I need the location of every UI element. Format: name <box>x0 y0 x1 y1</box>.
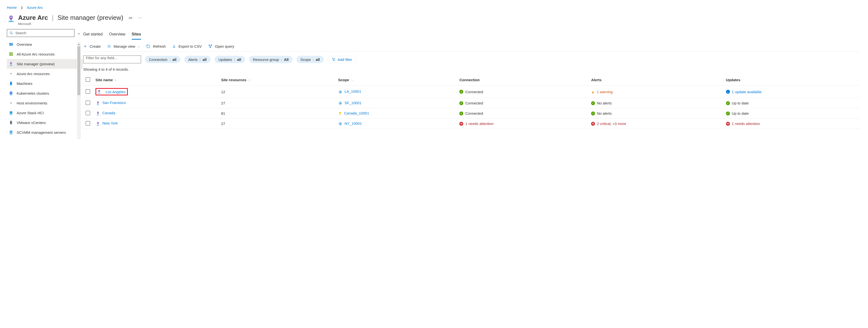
col-name[interactable]: Site name↑↓ <box>93 74 219 86</box>
row-checkbox[interactable] <box>86 111 90 115</box>
scroll-up-icon[interactable]: ▲ <box>77 42 81 46</box>
scrollbar[interactable]: ▲ ▼ <box>77 42 81 139</box>
svg-point-21 <box>10 92 11 93</box>
add-filter-button[interactable]: Add filter <box>328 56 356 63</box>
filter-pill-resource-group[interactable]: Resource group : All <box>249 56 292 63</box>
col-resources[interactable]: Site resources↑↓ <box>219 74 336 86</box>
svg-point-51 <box>98 102 98 102</box>
status-link[interactable]: 2 critical, +3 more <box>597 122 626 126</box>
search-placeholder: Search <box>16 31 26 35</box>
col-connection[interactable]: Connection <box>457 74 589 86</box>
refresh-button[interactable]: Refresh <box>146 44 166 48</box>
filter-input[interactable]: Filter for any field... <box>83 56 141 63</box>
select-all-checkbox[interactable] <box>86 77 90 82</box>
site-link[interactable]: Canada <box>102 111 115 115</box>
sidebar-item-site-manager-preview-[interactable]: Site manager (preview) <box>7 59 83 69</box>
status-text: Connected <box>465 101 483 105</box>
site-resources: 27 <box>219 98 336 108</box>
gear-icon <box>107 44 111 48</box>
sidebar-item-scvmm-management-servers[interactable]: SCVMM management servers <box>7 127 83 137</box>
svg-point-0 <box>8 21 14 22</box>
refresh-icon <box>146 44 150 48</box>
scope-link[interactable]: Canada_10001 <box>344 111 369 115</box>
machine-icon <box>8 81 14 86</box>
row-checkbox[interactable] <box>86 121 90 126</box>
scope-link[interactable]: LA_10001 <box>344 89 361 93</box>
sidebar-item-machines[interactable]: Machines <box>7 78 83 88</box>
status-link[interactable]: 1 warning <box>597 90 613 94</box>
sidebar-item-label: Azure Arc resources <box>17 72 50 76</box>
add-filter-label: Add filter <box>338 58 352 62</box>
sidebar-item-all-azure-arc-resources[interactable]: All Azure Arc resources <box>7 49 83 59</box>
tab-sites[interactable]: Sites <box>132 31 141 40</box>
scroll-down-icon[interactable]: ▼ <box>77 137 81 139</box>
status-link[interactable]: 1 needs attention <box>465 122 493 126</box>
scope-icon <box>338 90 343 94</box>
sort-icon: ↑↓ <box>114 78 117 82</box>
sidebar-item-label: Azure Stack HCI <box>17 111 44 115</box>
breadcrumb-home[interactable]: Home <box>7 5 17 9</box>
sidebar-item-vmware-vcenters[interactable]: VMware vCenters <box>7 118 83 127</box>
svg-point-54 <box>97 114 99 115</box>
chevron-right-icon: ❯ <box>21 6 23 9</box>
svg-point-30 <box>9 134 12 134</box>
more-icon[interactable]: ··· <box>137 14 143 21</box>
filter-pill-alerts[interactable]: Alerts : all <box>184 56 211 63</box>
vmware-icon <box>8 120 14 125</box>
filter-pill-scope[interactable]: Scope : all <box>297 56 324 63</box>
col-updates[interactable]: Updates <box>723 74 861 86</box>
sidebar-item-overview[interactable]: Overview <box>7 39 83 49</box>
svg-rect-24 <box>10 112 12 112</box>
svg-rect-26 <box>10 121 12 124</box>
row-checkbox[interactable] <box>86 89 90 94</box>
svg-point-41 <box>211 45 212 46</box>
filter-pill-updates[interactable]: Updates : all <box>215 56 245 63</box>
site-link[interactable]: Los Angeles <box>105 90 126 94</box>
site-pin-icon <box>95 101 100 106</box>
export-button[interactable]: Export to CSV <box>172 44 202 48</box>
sidebar-item-kubernetes-clusters[interactable]: Kubernetes clusters <box>7 88 83 98</box>
search-input[interactable]: Search <box>7 29 74 37</box>
scroll-thumb[interactable] <box>78 46 80 95</box>
site-link[interactable]: San Fransisco <box>102 101 126 105</box>
manage-view-button[interactable]: Manage view ⌄ <box>107 44 140 48</box>
sidebar-item-label: VMware vCenters <box>17 121 46 125</box>
site-link[interactable]: New York <box>102 121 118 125</box>
open-query-button[interactable]: Open query <box>208 44 234 48</box>
manage-view-label: Manage view <box>114 44 135 48</box>
svg-rect-35 <box>11 132 12 133</box>
breadcrumb-service[interactable]: Azure Arc <box>27 5 43 9</box>
status-text: No alerts <box>597 111 612 116</box>
status-ok-icon: ✓ <box>591 101 595 105</box>
tab-get-started[interactable]: Get started <box>83 31 102 40</box>
sidebar-item-host-environments[interactable]: Host environments <box>7 98 83 108</box>
col-alerts[interactable]: Alerts <box>589 74 723 86</box>
scope-link[interactable]: SF_10001 <box>344 101 362 105</box>
tab-overview[interactable]: Overview <box>109 31 125 40</box>
table-row: San Fransisco27SF_10001✓Connected✓No ale… <box>83 98 861 108</box>
status-link[interactable]: 1 update available <box>732 90 762 94</box>
collapse-sidebar-icon[interactable]: « <box>78 32 80 35</box>
status-link[interactable]: 1 needs attention <box>732 122 760 126</box>
filter-pill-connection[interactable]: Connection : all <box>145 56 181 63</box>
col-scope[interactable]: Scope↑↓ <box>336 74 457 86</box>
svg-point-56 <box>339 112 341 114</box>
svg-point-19 <box>9 94 12 95</box>
sidebar-item-azure-arc-resources[interactable]: Azure Arc resources <box>7 69 83 78</box>
table-row: New York27NY_10001✕1 needs attention✕2 c… <box>83 119 861 129</box>
svg-rect-28 <box>10 122 12 122</box>
row-checkbox[interactable] <box>86 101 90 105</box>
svg-point-47 <box>99 91 100 91</box>
status-ok-icon: ✓ <box>591 111 595 116</box>
records-info: Showing 4 to 4 of 4 records. <box>83 65 861 74</box>
scope-icon <box>338 101 343 105</box>
k8s-icon <box>8 91 14 96</box>
sidebar-item-azure-stack-hci[interactable]: Azure Stack HCI <box>7 108 83 118</box>
main-content: Get startedOverviewSites Create Manage v… <box>81 29 868 139</box>
service-name: Azure Arc <box>18 14 48 22</box>
pin-icon[interactable] <box>127 15 133 21</box>
filter-placeholder: Filter for any field... <box>86 56 117 60</box>
create-button[interactable]: Create <box>83 44 101 48</box>
scope-link[interactable]: NY_10001 <box>344 121 362 126</box>
table-row: Los Angeles12LA_10001✓Connected▲1 warnin… <box>83 86 861 98</box>
